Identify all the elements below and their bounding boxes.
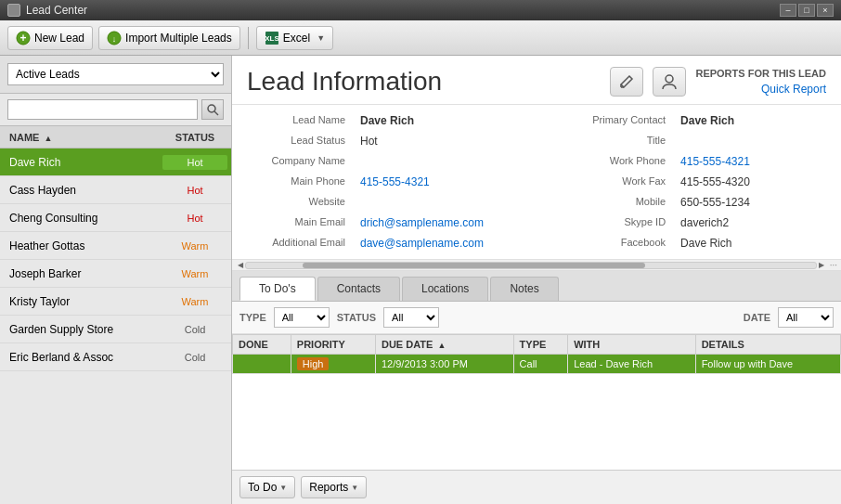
tab-todos[interactable]: To Do's <box>239 277 316 301</box>
edit-icon <box>618 73 635 90</box>
lead-list: Dave Rich Hot Cass Hayden Hot Cheng Cons… <box>0 149 231 504</box>
lead-list-item[interactable]: Dave Rich Hot <box>0 149 231 176</box>
tab-locations[interactable]: Locations <box>402 277 488 301</box>
lead-name: Garden Supply Store <box>4 323 162 336</box>
lead-status: Cold <box>162 322 227 337</box>
reports-section: REPORTS FOR THIS LEAD Quick Report <box>695 68 826 96</box>
svg-point-10 <box>666 75 673 83</box>
lead-info-title: Lead Information <box>247 67 601 97</box>
reports-button[interactable]: Reports ▼ <box>301 476 367 498</box>
name-column-header: NAME ▲ <box>4 132 162 143</box>
date-filter-label: DATE <box>744 312 770 323</box>
main-email-value[interactable]: drich@samplename.com <box>356 214 560 231</box>
contact-button[interactable] <box>653 67 686 97</box>
main-email-label: Main Email <box>247 214 349 231</box>
svg-line-7 <box>214 111 218 115</box>
todo-table: DONE PRIORITY DUE DATE ▲ TYPE WITH DETAI… <box>232 334 841 374</box>
table-row[interactable]: High 12/9/2013 3:00 PM Call Lead - Dave … <box>233 355 841 374</box>
date-filter-select[interactable]: All <box>778 307 834 328</box>
excel-icon: XLS <box>265 31 279 45</box>
main-container: Active Leads All Leads Inactive Leads NA… <box>0 56 841 504</box>
tabs-container: To Do's Contacts Locations Notes <box>232 271 841 302</box>
lead-status: Cold <box>162 350 227 365</box>
lead-name: Joseph Barker <box>4 267 162 280</box>
lead-list-item[interactable]: Eric Berland & Assoc Cold <box>0 343 231 371</box>
scroll-thumb[interactable] <box>303 263 644 268</box>
type-filter-label: TYPE <box>239 312 266 323</box>
lead-status: Hot <box>162 183 227 198</box>
work-fax-value: 415-555-4320 <box>677 174 826 190</box>
scroll-track[interactable] <box>245 262 817 269</box>
excel-button[interactable]: XLS Excel ▼ <box>256 26 333 50</box>
svg-text:+: + <box>19 32 26 45</box>
details-cell: Follow up with Dave <box>695 355 840 374</box>
todo-button[interactable]: To Do ▼ <box>239 476 295 498</box>
search-input[interactable] <box>7 99 198 120</box>
website-value <box>356 194 560 211</box>
scroll-right-arrow[interactable]: ▶ <box>817 261 826 269</box>
close-button[interactable]: × <box>817 4 834 17</box>
skype-label: Skype ID <box>567 214 669 231</box>
lead-name: Dave Rich <box>4 156 162 169</box>
priority-col-header: PRIORITY <box>291 335 375 355</box>
svg-point-6 <box>208 105 215 112</box>
work-phone-value[interactable]: 415-555-4321 <box>677 153 826 170</box>
title-bar: Lead Center – □ × <box>0 0 841 20</box>
main-phone-value[interactable]: 415-555-4321 <box>356 174 560 190</box>
quick-report-link[interactable]: Quick Report <box>761 83 826 96</box>
lead-list-item[interactable]: Cass Hayden Hot <box>0 176 231 204</box>
status-filter-select[interactable]: All <box>383 307 439 328</box>
leads-filter-dropdown[interactable]: Active Leads All Leads Inactive Leads <box>7 63 224 85</box>
due-date-col-header[interactable]: DUE DATE ▲ <box>375 335 513 355</box>
company-name-label: Company Name <box>247 153 349 170</box>
additional-email-label: Additional Email <box>247 235 349 252</box>
lead-status: Warm <box>162 294 227 309</box>
title-label: Title <box>567 133 669 149</box>
maximize-button[interactable]: □ <box>798 4 815 17</box>
edit-button[interactable] <box>610 67 643 97</box>
import-leads-button[interactable]: ↓ Import Multiple Leads <box>98 26 240 50</box>
lead-status: Warm <box>162 239 227 253</box>
lead-name: Heather Gottas <box>4 239 162 252</box>
primary-contact-value: Dave Rich <box>677 112 826 129</box>
lead-list-item[interactable]: Heather Gottas Warm <box>0 232 231 260</box>
lead-details: Lead Name Dave Rich Primary Contact Dave… <box>232 105 841 260</box>
lead-list-item[interactable]: Kristy Taylor Warm <box>0 288 231 316</box>
todo-label: To Do <box>248 481 277 494</box>
new-lead-label: New Lead <box>34 32 84 45</box>
facebook-value: Dave Rich <box>677 235 826 252</box>
additional-email-value[interactable]: dave@samplename.com <box>356 235 560 252</box>
reports-for-lead-label: REPORTS FOR THIS LEAD <box>695 68 826 79</box>
search-button[interactable] <box>201 99 224 120</box>
import-icon: ↓ <box>107 31 122 45</box>
lead-list-item[interactable]: Garden Supply Store Cold <box>0 316 231 343</box>
new-lead-button[interactable]: + New Lead <box>7 26 93 50</box>
lead-status: Hot <box>162 155 227 170</box>
company-name-value <box>356 153 560 170</box>
scroll-left-arrow[interactable]: ◀ <box>236 261 245 269</box>
type-filter-select[interactable]: All <box>274 307 330 328</box>
status-column-header: STATUS <box>162 132 227 143</box>
app-icon <box>7 4 20 17</box>
sidebar: Active Leads All Leads Inactive Leads NA… <box>0 56 232 504</box>
horizontal-scrollbar[interactable]: ◀ ▶ ··· <box>232 260 841 271</box>
reports-dropdown-arrow: ▼ <box>351 484 358 492</box>
details-col-header: DETAILS <box>695 335 840 355</box>
lead-list-item[interactable]: Joseph Barker Warm <box>0 260 231 288</box>
main-toolbar: + New Lead ↓ Import Multiple Leads XLS E… <box>0 20 841 56</box>
excel-dropdown-arrow: ▼ <box>317 33 325 43</box>
lead-status-value: Hot <box>356 133 560 149</box>
mobile-label: Mobile <box>567 194 669 211</box>
done-cell <box>233 355 291 374</box>
contact-icon <box>661 73 678 90</box>
lead-name-label: Lead Name <box>247 112 349 129</box>
minimize-button[interactable]: – <box>780 4 796 17</box>
tab-notes[interactable]: Notes <box>490 277 558 301</box>
list-header: NAME ▲ STATUS <box>0 126 231 149</box>
main-phone-label: Main Phone <box>247 174 349 190</box>
right-panel: Lead Information REPORTS FOR THIS LEAD Q… <box>232 56 841 504</box>
import-leads-label: Import Multiple Leads <box>125 32 232 45</box>
tab-contacts[interactable]: Contacts <box>317 277 400 301</box>
priority-cell: High <box>291 355 375 374</box>
lead-list-item[interactable]: Cheng Consulting Hot <box>0 204 231 232</box>
